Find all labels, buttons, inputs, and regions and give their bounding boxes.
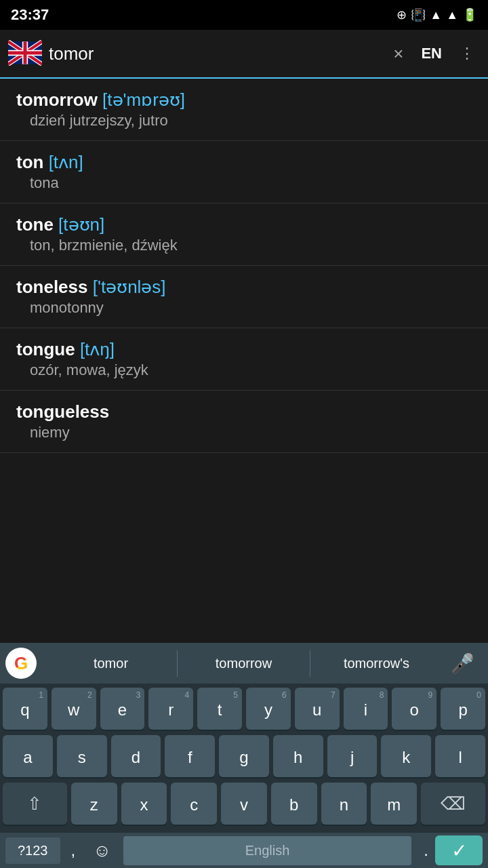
key-s[interactable]: s — [57, 735, 107, 777]
search-input[interactable] — [49, 43, 381, 64]
key-letter: l — [458, 748, 462, 767]
result-word-line: ton [tʌn] — [16, 152, 472, 173]
key-c[interactable]: c — [171, 783, 217, 825]
suggestion-word[interactable]: tomorrow — [177, 650, 310, 677]
result-item[interactable]: tonguelessniemy — [0, 391, 488, 453]
result-phonetic: [tə'mɒrəʊ] — [98, 90, 185, 110]
mic-button[interactable]: 🎤 — [443, 647, 483, 680]
key-l[interactable]: l — [435, 735, 485, 777]
key-t[interactable]: 5t — [197, 688, 242, 730]
key-letter: v — [240, 795, 248, 814]
key-e[interactable]: 3e — [100, 688, 145, 730]
key-k[interactable]: k — [381, 735, 431, 777]
dot-key[interactable]: . — [417, 835, 435, 865]
key-letter: b — [289, 795, 298, 814]
key-o[interactable]: 9o — [392, 688, 436, 730]
key-number: 3 — [136, 690, 141, 700]
result-word-line: tomorrow [tə'mɒrəʊ] — [16, 90, 472, 111]
language-flag[interactable] — [8, 40, 42, 67]
lang-bar-left: ?123 , ☺ — [5, 835, 118, 867]
key-q[interactable]: 1q — [3, 688, 47, 730]
key-letter: y — [264, 701, 272, 719]
result-item[interactable]: tongue [tʌŋ]ozór, mowa, język — [0, 328, 488, 391]
key-letter: g — [239, 748, 248, 767]
emoji-key[interactable]: ☺ — [86, 835, 118, 867]
shift-key[interactable]: ⇧ — [3, 783, 67, 825]
sync-icon: ⊕ — [396, 7, 407, 22]
result-phonetic: [təʊn] — [54, 214, 104, 235]
key-letter: n — [340, 795, 348, 814]
suggestion-word[interactable]: tomor — [45, 650, 177, 677]
key-rows: 1q2w3e4r5t6y7u8i9o0p asdfghjkl ⇧zxcvbnm⌫ — [0, 684, 488, 833]
key-d[interactable]: d — [111, 735, 161, 777]
key-u[interactable]: 7u — [295, 688, 340, 730]
backspace-key[interactable]: ⌫ — [421, 783, 485, 825]
key-v[interactable]: v — [221, 783, 267, 825]
key-p[interactable]: 0p — [441, 688, 485, 730]
key-y[interactable]: 6y — [246, 688, 291, 730]
key-number: 2 — [87, 690, 92, 700]
key-number: 4 — [185, 690, 190, 700]
key-letter: x — [140, 795, 148, 814]
signal-icon: ▲ — [446, 8, 458, 22]
result-word: ton — [16, 152, 43, 172]
result-translation: ton, brzmienie, dźwięk — [16, 237, 472, 254]
key-f[interactable]: f — [165, 735, 215, 777]
google-logo: G — [5, 648, 37, 679]
key-g[interactable]: g — [219, 735, 269, 777]
key-number: 5 — [233, 690, 238, 700]
key-number: 6 — [282, 690, 287, 700]
enter-key[interactable]: ✓ — [435, 835, 483, 865]
key-number: 8 — [380, 690, 384, 700]
suggestion-word[interactable]: tomorrow's — [310, 650, 443, 677]
check-icon: ✓ — [451, 840, 467, 862]
result-item[interactable]: toneless ['təʊnləs]monotonny — [0, 266, 488, 328]
clear-button[interactable]: × — [388, 38, 409, 70]
key-letter: u — [312, 701, 321, 719]
menu-button[interactable]: ⋮ — [454, 39, 480, 68]
key-letter: m — [387, 795, 401, 814]
key-letter: p — [458, 701, 467, 719]
result-word: toneless — [16, 277, 88, 297]
result-word-line: tone [təʊn] — [16, 214, 472, 235]
key-i[interactable]: 8i — [344, 688, 388, 730]
key-z[interactable]: z — [71, 783, 117, 825]
key-h[interactable]: h — [273, 735, 323, 777]
language-key[interactable]: English — [123, 836, 412, 865]
search-bar: × EN ⋮ — [0, 30, 488, 79]
key-r[interactable]: 4r — [148, 688, 193, 730]
key-b[interactable]: b — [271, 783, 317, 825]
comma-key[interactable]: , — [64, 835, 83, 865]
result-item[interactable]: tomorrow [tə'mɒrəʊ]dzień jutrzejszy, jut… — [0, 79, 488, 141]
key-m[interactable]: m — [371, 783, 417, 825]
key-letter: z — [90, 795, 98, 814]
key-number: 9 — [428, 690, 433, 700]
status-time: 23:37 — [11, 6, 49, 24]
google-g: G — [14, 653, 28, 674]
result-word: tone — [16, 214, 54, 235]
key-number: 0 — [476, 690, 481, 700]
key-n[interactable]: n — [321, 783, 367, 825]
status-bar: 23:37 ⊕ 📳 ▲ ▲ 🔋 — [0, 0, 488, 30]
search-input-wrapper[interactable] — [49, 43, 381, 64]
key-j[interactable]: j — [327, 735, 378, 777]
result-phonetic: ['təʊnləs] — [88, 277, 166, 297]
key-letter: s — [78, 748, 86, 767]
language-selector[interactable]: EN — [415, 45, 447, 62]
key-letter: q — [20, 701, 29, 719]
key-x[interactable]: x — [121, 783, 167, 825]
key-letter: i — [364, 701, 367, 719]
shift-icon: ⇧ — [27, 793, 42, 814]
symbols-key[interactable]: ?123 — [5, 837, 60, 864]
keyboard: G tomortomorrowtomorrow's 🎤 1q2w3e4r5t6y… — [0, 643, 488, 868]
key-w[interactable]: 2w — [52, 688, 96, 730]
key-letter: t — [218, 701, 222, 719]
results-list: tomorrow [tə'mɒrəʊ]dzień jutrzejszy, jut… — [0, 79, 488, 453]
result-item[interactable]: ton [tʌn]tona — [0, 141, 488, 203]
key-letter: o — [410, 701, 419, 719]
result-phonetic: [tʌŋ] — [75, 339, 115, 359]
result-item[interactable]: tone [təʊn]ton, brzmienie, dźwięk — [0, 203, 488, 266]
key-a[interactable]: a — [3, 735, 53, 777]
result-translation: monotonny — [16, 299, 472, 317]
key-letter: r — [168, 701, 174, 719]
